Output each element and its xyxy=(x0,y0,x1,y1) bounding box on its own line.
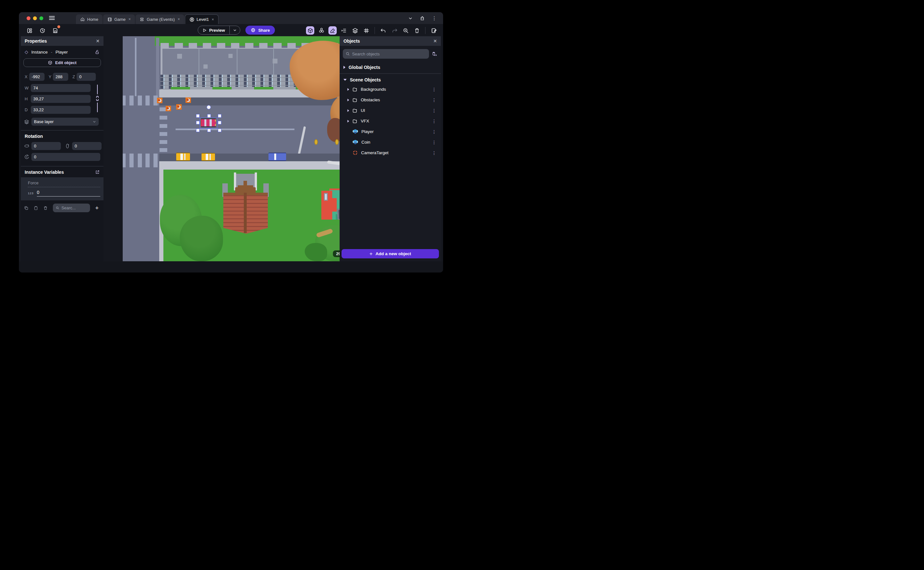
object-folder-obstacles[interactable]: Obstacles ⋮ xyxy=(340,95,441,105)
resize-handle[interactable] xyxy=(196,114,200,118)
coin-instance[interactable] xyxy=(335,139,339,145)
y-field[interactable] xyxy=(53,73,68,81)
close-tab-icon[interactable]: × xyxy=(128,17,131,21)
resize-handle[interactable] xyxy=(196,121,200,124)
resize-handle[interactable] xyxy=(218,114,221,118)
trash-icon[interactable] xyxy=(43,206,48,210)
close-objects-icon[interactable]: ✕ xyxy=(433,38,437,44)
edit-mode-icon[interactable] xyxy=(328,26,337,35)
preview-dropdown-icon[interactable] xyxy=(229,26,240,34)
object-folder-backgrounds[interactable]: Backgrounds ⋮ xyxy=(340,84,441,95)
undo-icon[interactable] xyxy=(379,26,387,35)
scene-canvas[interactable]: 29;-116 xyxy=(123,36,359,261)
crate-instance[interactable] xyxy=(176,104,182,110)
crate-instance[interactable] xyxy=(157,98,162,103)
height-field[interactable] xyxy=(31,95,91,103)
crate-instance[interactable] xyxy=(185,98,191,103)
kebab-menu-icon[interactable]: ⋮ xyxy=(432,15,437,21)
rotation-x-field[interactable] xyxy=(31,142,61,150)
object-item-cameratarget[interactable]: CameraTarget ⋮ xyxy=(340,147,441,158)
copy-icon[interactable] xyxy=(24,206,29,210)
layer-select[interactable]: Base layer xyxy=(31,118,99,126)
resize-handle[interactable] xyxy=(207,129,211,132)
lock-ratio-icon[interactable] xyxy=(95,85,100,112)
rotation-z-field[interactable] xyxy=(31,153,100,161)
church-building-instance[interactable] xyxy=(222,174,269,234)
close-window-button[interactable] xyxy=(27,16,31,20)
history-icon[interactable] xyxy=(38,26,46,35)
layout-panels-icon[interactable] xyxy=(25,26,34,35)
x-field[interactable] xyxy=(29,73,44,81)
instances-icon[interactable] xyxy=(317,26,325,35)
unlock-icon[interactable] xyxy=(95,50,100,55)
delete-icon[interactable] xyxy=(413,26,421,35)
menu-icon[interactable] xyxy=(49,16,55,20)
layers-icon[interactable] xyxy=(351,26,359,35)
variable-name[interactable]: Force xyxy=(28,181,100,187)
minimize-window-button[interactable] xyxy=(33,16,37,20)
open-variables-icon[interactable] xyxy=(95,170,100,175)
preview-button[interactable]: Preview xyxy=(198,26,240,35)
z-field[interactable] xyxy=(76,73,96,81)
extensions-icon[interactable] xyxy=(420,16,425,21)
add-folder-icon[interactable] xyxy=(432,51,438,57)
maximize-window-button[interactable] xyxy=(40,16,43,20)
redo-icon[interactable] xyxy=(390,26,399,35)
tab-game-events[interactable]: Game (Events) × xyxy=(136,14,184,24)
kebab-menu-icon[interactable]: ⋮ xyxy=(432,140,436,145)
coin-instance[interactable] xyxy=(314,139,318,145)
objects-panel-toggle-icon[interactable] xyxy=(306,26,314,35)
paste-icon[interactable] xyxy=(34,206,38,210)
width-field[interactable] xyxy=(31,84,91,92)
rotation-handle[interactable] xyxy=(207,105,211,109)
variables-search-input[interactable] xyxy=(61,205,87,210)
global-objects-group[interactable]: Global Objects xyxy=(340,63,441,72)
kebab-menu-icon[interactable]: ⋮ xyxy=(432,129,436,134)
object-folder-ui[interactable]: UI ⋮ xyxy=(340,105,441,116)
tree-green-instance[interactable] xyxy=(180,216,223,261)
instances-list-icon[interactable] xyxy=(340,26,348,35)
object-folder-vfx[interactable]: VFX ⋮ xyxy=(340,116,441,126)
tab-level1[interactable]: Level1 × xyxy=(185,14,218,24)
grid-icon[interactable] xyxy=(362,26,370,35)
kebab-menu-icon[interactable]: ⋮ xyxy=(432,119,436,124)
taxi-instance[interactable] xyxy=(176,153,190,161)
tab-home[interactable]: Home xyxy=(76,14,102,24)
zoom-in-icon[interactable] xyxy=(402,26,410,35)
kebab-menu-icon[interactable]: ⋮ xyxy=(432,108,436,113)
close-tab-icon[interactable]: × xyxy=(212,17,214,22)
home-icon xyxy=(80,17,85,22)
objects-search-input[interactable] xyxy=(352,52,426,57)
chevron-down-icon[interactable] xyxy=(408,16,413,20)
kebab-menu-icon[interactable]: ⋮ xyxy=(432,98,436,103)
tab-label: Home xyxy=(87,17,98,22)
kebab-menu-icon[interactable]: ⋮ xyxy=(432,87,436,92)
player-car-instance[interactable] xyxy=(201,118,216,127)
close-properties-icon[interactable]: ✕ xyxy=(96,38,100,44)
add-new-object-button[interactable]: + Add a new object xyxy=(342,249,439,258)
taxi-instance[interactable] xyxy=(202,153,215,161)
object-item-player[interactable]: Player ⋮ xyxy=(340,126,441,137)
folder-icon xyxy=(353,108,357,113)
resize-handle[interactable] xyxy=(218,121,221,124)
depth-field[interactable] xyxy=(31,106,91,114)
crate-instance[interactable] xyxy=(166,106,171,111)
unsaved-changes-dot xyxy=(57,25,60,28)
edit-object-button[interactable]: Edit object xyxy=(23,58,101,67)
resize-handle[interactable] xyxy=(218,129,221,132)
close-tab-icon[interactable]: × xyxy=(178,17,180,21)
rotation-y-field[interactable] xyxy=(72,142,102,150)
blue-car-instance[interactable] xyxy=(269,153,286,161)
save-icon[interactable] xyxy=(51,26,59,35)
resize-handle[interactable] xyxy=(196,129,200,132)
scene-settings-icon[interactable] xyxy=(430,26,438,35)
share-button[interactable]: Share xyxy=(246,26,275,35)
add-variable-icon[interactable]: + xyxy=(95,205,99,211)
tab-game[interactable]: Game × xyxy=(103,14,135,24)
scene-objects-group[interactable]: Scene Objects xyxy=(340,76,441,84)
objects-title: Objects xyxy=(344,38,360,44)
object-item-coin[interactable]: Coin ⋮ xyxy=(340,137,441,147)
variable-value[interactable]: 0 xyxy=(37,190,100,196)
kebab-menu-icon[interactable]: ⋮ xyxy=(432,150,436,155)
resize-handle[interactable] xyxy=(207,114,211,118)
